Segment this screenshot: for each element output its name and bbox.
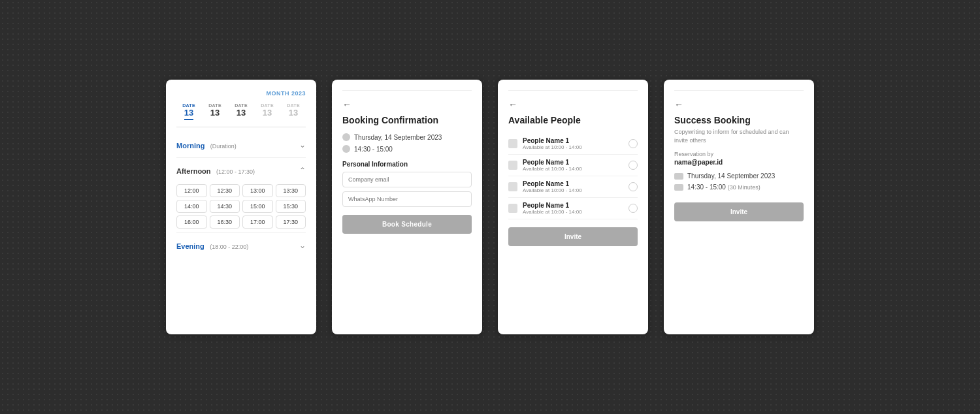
- divider-1: [176, 157, 306, 158]
- time-btn-1200[interactable]: 12:00: [176, 184, 207, 197]
- booking-date-row: Thursday, 14 September 2023: [342, 133, 472, 141]
- person-info-1: People Name 1 Available at 10:00 - 14:00: [523, 137, 582, 150]
- date-item-3[interactable]: DATE 13: [229, 102, 253, 121]
- reservation-by-value: nama@paper.id: [674, 159, 804, 166]
- morning-chevron-icon: ⌄: [299, 140, 306, 150]
- date-item-2[interactable]: DATE 13: [203, 102, 227, 121]
- person-row-2: People Name 1 Available at 10:00 - 14:00: [508, 155, 638, 176]
- avatar-3: [508, 182, 517, 191]
- success-clock-icon: [674, 184, 683, 191]
- evening-label: Evening (18:00 - 22:00): [176, 240, 248, 251]
- day-label-4: DATE: [261, 103, 274, 108]
- person-row-3: People Name 1 Available at 10:00 - 14:00: [508, 176, 638, 198]
- divider-2: [176, 232, 306, 233]
- afternoon-chevron-icon: ⌃: [299, 166, 306, 175]
- afternoon-section-header[interactable]: Afternoon (12:00 - 17:30) ⌃: [176, 161, 306, 180]
- invite-button-4[interactable]: Invite: [674, 202, 804, 221]
- top-divider-3: [508, 90, 638, 91]
- evening-chevron-icon: ⌄: [299, 241, 306, 250]
- reservation-by-label: Reservation by: [674, 151, 804, 157]
- top-divider-2: [342, 90, 472, 91]
- person-left-1: People Name 1 Available at 10:00 - 14:00: [508, 137, 582, 150]
- calendar-icon: [342, 133, 350, 141]
- time-btn-1400[interactable]: 14:00: [176, 200, 207, 213]
- person-row-1: People Name 1 Available at 10:00 - 14:00: [508, 133, 638, 155]
- personal-info-label: Personal Information: [342, 161, 472, 168]
- whatsapp-input[interactable]: [342, 191, 472, 207]
- time-btn-1230[interactable]: 12:30: [210, 184, 240, 197]
- person-radio-2[interactable]: [629, 161, 638, 170]
- time-btn-1300[interactable]: 13:00: [242, 184, 273, 197]
- person-avail-4: Available at 10:00 - 14:00: [523, 209, 582, 215]
- morning-section-header[interactable]: Morning (Duration) ⌄: [176, 135, 306, 155]
- success-time-text: 14:30 - 15:00 (30 Minutes): [687, 183, 760, 191]
- back-button-3[interactable]: ←: [508, 99, 517, 110]
- success-booking-card: ← Success Booking Copywriting to inform …: [664, 80, 814, 334]
- time-grid: 12:00 12:30 13:00 13:30 14:00 14:30 15:0…: [176, 184, 306, 229]
- month-label: MONTH 2023: [176, 90, 306, 97]
- duration-text: (30 Minutes): [728, 184, 760, 191]
- person-avail-2: Available at 10:00 - 14:00: [523, 166, 582, 172]
- time-btn-1500[interactable]: 15:00: [242, 200, 273, 213]
- person-radio-3[interactable]: [629, 182, 638, 191]
- time-btn-1430[interactable]: 14:30: [210, 200, 240, 213]
- back-button-4[interactable]: ←: [674, 99, 683, 110]
- day-num-2: 13: [210, 108, 220, 118]
- available-people-title: Available People: [508, 115, 638, 125]
- booking-date-text: Thursday, 14 September 2023: [354, 134, 442, 141]
- success-calendar-icon: [674, 173, 683, 180]
- person-name-4: People Name 1: [523, 202, 582, 209]
- avatar-4: [508, 204, 517, 213]
- afternoon-label: Afternoon (12:00 - 17:30): [176, 165, 255, 176]
- booking-confirmation-card: ← Booking Confirmation Thursday, 14 Sept…: [332, 80, 482, 334]
- time-btn-1600[interactable]: 16:00: [176, 215, 207, 229]
- success-time-row: 14:30 - 15:00 (30 Minutes): [674, 183, 804, 191]
- date-item-4[interactable]: DATE 13: [255, 102, 280, 121]
- person-name-3: People Name 1: [523, 180, 582, 187]
- clock-icon: [342, 145, 350, 153]
- morning-label: Morning (Duration): [176, 139, 237, 151]
- invite-button-3[interactable]: Invite: [508, 227, 638, 246]
- top-divider-4: [674, 90, 804, 91]
- time-btn-1630[interactable]: 16:30: [210, 215, 240, 229]
- day-label-2: DATE: [208, 103, 221, 108]
- booking-time-row: 14:30 - 15:00: [342, 145, 472, 153]
- day-num-5: 13: [289, 108, 298, 118]
- person-avail-1: Available at 10:00 - 14:00: [523, 144, 582, 150]
- avatar-2: [508, 161, 517, 170]
- avatar-1: [508, 139, 517, 148]
- success-date-text: Thursday, 14 September 2023: [687, 172, 775, 180]
- date-item-1[interactable]: DATE 13: [176, 102, 201, 121]
- person-name-1: People Name 1: [523, 137, 582, 144]
- time-btn-1330[interactable]: 13:30: [276, 184, 306, 197]
- date-row: DATE 13 DATE 13 DATE 13 DATE 13 DATE 13: [176, 102, 306, 127]
- person-info-3: People Name 1 Available at 10:00 - 14:00: [523, 180, 582, 193]
- person-info-2: People Name 1 Available at 10:00 - 14:00: [523, 159, 582, 172]
- person-info-4: People Name 1 Available at 10:00 - 14:00: [523, 202, 582, 215]
- schedule-picker-card: MONTH 2023 DATE 13 DATE 13 DATE 13 DATE …: [166, 80, 316, 334]
- day-num-4: 13: [263, 108, 272, 118]
- success-date-row: Thursday, 14 September 2023: [674, 172, 804, 180]
- day-label-3: DATE: [235, 103, 248, 108]
- person-row-4: People Name 1 Available at 10:00 - 14:00: [508, 198, 638, 219]
- day-label-1: DATE: [182, 103, 195, 108]
- day-num-3: 13: [237, 108, 246, 118]
- day-num-1: 13: [184, 108, 193, 120]
- time-btn-1700[interactable]: 17:00: [242, 215, 273, 229]
- time-btn-1530[interactable]: 15:30: [276, 200, 306, 213]
- person-radio-1[interactable]: [629, 139, 638, 148]
- person-avail-3: Available at 10:00 - 14:00: [523, 187, 582, 193]
- email-input[interactable]: [342, 172, 472, 187]
- evening-section-header[interactable]: Evening (18:00 - 22:00) ⌄: [176, 236, 306, 255]
- booking-time-text: 14:30 - 15:00: [354, 146, 393, 153]
- person-left-2: People Name 1 Available at 10:00 - 14:00: [508, 159, 582, 172]
- available-people-card: ← Available People People Name 1 Availab…: [498, 80, 648, 334]
- day-label-5: DATE: [287, 103, 300, 108]
- time-btn-1730[interactable]: 17:30: [276, 215, 306, 229]
- book-schedule-button[interactable]: Book Schedule: [342, 215, 472, 234]
- success-booking-description: Copywriting to inform for scheduled and …: [674, 128, 804, 144]
- back-button-2[interactable]: ←: [342, 99, 351, 110]
- person-radio-4[interactable]: [629, 204, 638, 213]
- booking-confirmation-title: Booking Confirmation: [342, 115, 472, 125]
- date-item-5[interactable]: DATE 13: [281, 102, 306, 121]
